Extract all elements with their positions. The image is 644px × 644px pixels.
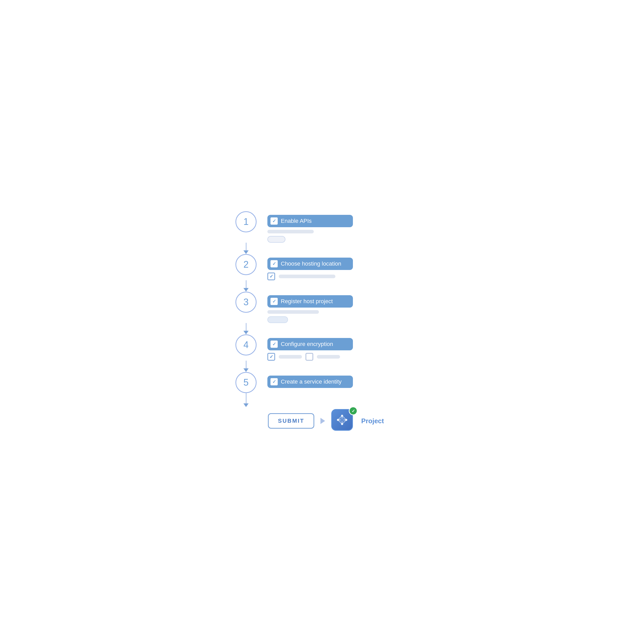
project-label: Project [361, 417, 384, 425]
step-5-left: 5 [232, 372, 260, 393]
project-icon-wrapper: ✓ [331, 409, 355, 433]
connector-1-2 [232, 243, 260, 254]
step-1-row: 1 ✓ Enable APIs [232, 211, 353, 243]
step-4-left: 4 [232, 334, 260, 355]
connector-2-3 [232, 280, 260, 292]
step-2-left: 2 [232, 254, 260, 275]
step-5-badge: ✓ Create a service identity [267, 376, 353, 388]
step-4-bar-small2 [317, 355, 340, 359]
arrow-right-icon [320, 418, 325, 424]
step-3-row: 3 ✓ Register host project [232, 292, 353, 323]
step-4-content: ✓ Configure encryption ✓ [260, 334, 353, 361]
project-green-check: ✓ [349, 406, 358, 415]
step-3-bar [267, 310, 319, 314]
step-2-bar [279, 275, 335, 278]
step-4-controls-row: ✓ [267, 353, 353, 361]
step-2-checkbox-row: ✓ [267, 273, 353, 280]
step-4-badge-label: Configure encryption [281, 341, 333, 348]
step-4-check-icon: ✓ [270, 341, 278, 348]
step-3-badge: ✓ Register host project [267, 295, 353, 308]
step-1-badge-label: Enable APIs [281, 218, 312, 224]
step-2-circle: 2 [235, 254, 257, 275]
connector-4-5 [232, 361, 260, 372]
step-4-checkbox-unchecked [306, 353, 313, 361]
connector-5-submit [232, 393, 412, 407]
step-4-row: 4 ✓ Configure encryption ✓ [232, 334, 353, 361]
step-5-check-icon: ✓ [270, 378, 278, 385]
step-2-content: ✓ Choose hosting location ✓ [260, 254, 353, 280]
project-symbol-icon [336, 414, 348, 426]
step-4-bar-small [279, 355, 302, 359]
step-5-badge-label: Create a service identity [281, 378, 342, 385]
step-2-badge-label: Choose hosting location [281, 260, 341, 267]
svg-point-3 [341, 423, 343, 425]
submit-row: SUBMIT ✓ [232, 409, 384, 433]
step-3-left: 3 [232, 292, 260, 313]
svg-point-4 [337, 419, 339, 421]
step-2-row: 2 ✓ Choose hosting location ✓ [232, 254, 353, 280]
step-1-bar [267, 230, 314, 233]
step-5-circle: 5 [235, 372, 257, 393]
step-1-circle: 1 [235, 211, 257, 232]
diagram-container: 1 ✓ Enable APIs 2 ✓ Choose hosting locat… [232, 211, 412, 433]
step-4-badge: ✓ Configure encryption [267, 338, 353, 350]
step-1-badge: ✓ Enable APIs [267, 215, 353, 227]
step-3-pill [267, 316, 288, 323]
submit-button[interactable]: SUBMIT [268, 413, 314, 429]
step-4-checkbox-checked: ✓ [267, 353, 275, 361]
step-1-content: ✓ Enable APIs [260, 211, 353, 243]
step-2-badge: ✓ Choose hosting location [267, 258, 353, 270]
step-5-row: 5 ✓ Create a service identity [232, 372, 353, 393]
svg-point-1 [341, 415, 343, 417]
step-2-checkbox: ✓ [267, 273, 275, 280]
step-2-check-icon: ✓ [270, 260, 278, 267]
step-3-circle: 3 [235, 292, 257, 313]
connector-3-4 [232, 323, 260, 334]
step-1-pill [267, 236, 285, 243]
svg-point-2 [345, 419, 347, 421]
step-1-left: 1 [232, 211, 260, 232]
step-1-check-icon: ✓ [270, 217, 278, 225]
step-5-content: ✓ Create a service identity [260, 372, 353, 388]
step-4-circle: 4 [235, 334, 257, 355]
step-3-content: ✓ Register host project [260, 292, 353, 323]
step-3-check-icon: ✓ [270, 298, 278, 305]
step-3-badge-label: Register host project [281, 298, 333, 305]
